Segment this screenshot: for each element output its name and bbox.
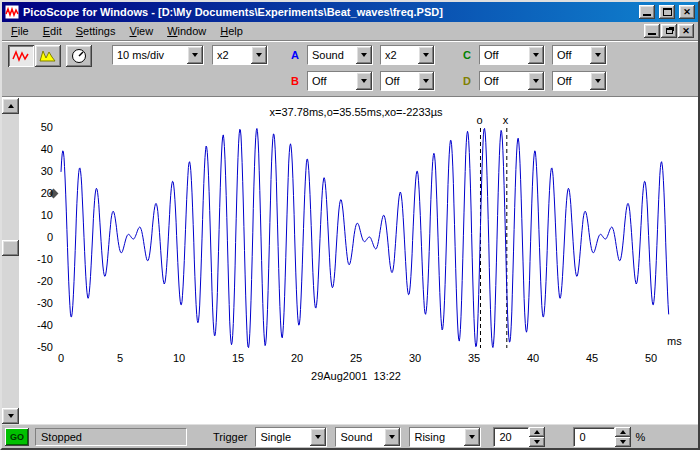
vertical-scrollbar[interactable] (2, 98, 19, 424)
channel-b-group: B Off Off (290, 71, 435, 91)
scope-view-button[interactable] (8, 45, 34, 67)
chevron-down-icon (361, 79, 367, 83)
spin-down-button[interactable] (615, 437, 631, 447)
dropdown-arrow-icon[interactable] (528, 46, 544, 64)
meter-view-button[interactable] (66, 45, 92, 67)
arrow-down-icon (8, 414, 14, 418)
chevron-down-icon (595, 79, 601, 83)
scroll-thumb[interactable] (2, 240, 19, 256)
spin-up-button[interactable] (529, 427, 545, 437)
mdi-minimize-button[interactable] (644, 24, 660, 38)
channel-b-input-select[interactable]: Off (307, 71, 373, 91)
y-tick-label: 40 (19, 143, 57, 155)
scope-view-icon (12, 49, 30, 63)
dropdown-arrow-icon[interactable] (418, 46, 434, 64)
menu-item-edit[interactable]: Edit (36, 23, 69, 39)
channel-b-label: B (290, 75, 300, 87)
channel-a-label: A (290, 49, 300, 61)
channel-c-input-select[interactable]: Off (479, 45, 545, 65)
channel-a-range-select[interactable]: x2 (380, 45, 435, 65)
dropdown-arrow-icon[interactable] (464, 428, 480, 446)
dropdown-arrow-icon[interactable] (356, 72, 372, 90)
dropdown-arrow-icon[interactable] (418, 72, 434, 90)
dropdown-arrow-icon[interactable] (251, 46, 267, 64)
x-tick-label: 45 (577, 352, 607, 364)
x-tick-label: 40 (518, 352, 548, 364)
dropdown-arrow-icon[interactable] (590, 72, 606, 90)
scroll-up-button[interactable] (2, 98, 19, 114)
spin-down-button[interactable] (529, 437, 545, 447)
channel-b-range-value: Off (381, 72, 418, 90)
cursor-marker-label: x (503, 114, 509, 126)
menu-bar: FileEditSettingsViewWindowHelp ✕ (2, 22, 698, 40)
spin-up-button[interactable] (615, 427, 631, 437)
delay-unit-label: % (635, 431, 645, 443)
channel-d-group: D Off Off (462, 71, 607, 91)
dropdown-arrow-icon[interactable] (310, 428, 326, 446)
window-title: PicoScope for Windows - [D:\My Documents… (23, 6, 635, 18)
dropdown-arrow-icon[interactable] (590, 46, 606, 64)
trigger-threshold-value[interactable]: 20 (493, 427, 529, 447)
maximize-button[interactable] (659, 5, 675, 19)
channel-d-range-value: Off (553, 72, 590, 90)
channel-c-input-value: Off (480, 46, 528, 64)
dropdown-arrow-icon[interactable] (187, 46, 203, 64)
spectrum-view-button[interactable] (35, 45, 61, 67)
menu-item-window[interactable]: Window (160, 23, 213, 39)
trigger-channel-select[interactable]: Sound (335, 427, 401, 447)
toolbar: 10 ms/div x2 A Sound x2 C Off (2, 42, 698, 96)
channel-d-range-select[interactable]: Off (552, 71, 607, 91)
trigger-direction-select[interactable]: Rising (409, 427, 481, 447)
trigger-threshold-spinner[interactable]: 20 (493, 427, 545, 447)
close-icon: ✕ (682, 27, 690, 36)
channel-c-range-select[interactable]: Off (552, 45, 607, 65)
chart-timestamp: 29Aug2001 13:22 (61, 370, 651, 382)
x-tick-label: 15 (223, 352, 253, 364)
arrow-up-icon (8, 104, 14, 108)
cursor-marker-label: o (476, 114, 482, 126)
timebase-multiplier-select[interactable]: x2 (212, 45, 268, 65)
dropdown-arrow-icon[interactable] (528, 72, 544, 90)
y-tick-label: -30 (19, 297, 57, 309)
x-tick-label: 50 (636, 352, 666, 364)
go-button[interactable]: GO (5, 428, 29, 446)
y-tick-label: 20 (19, 187, 57, 199)
arrow-down-icon (620, 440, 626, 444)
chevron-down-icon (423, 53, 429, 57)
minimize-icon (648, 28, 656, 35)
x-tick-label: 0 (46, 352, 76, 364)
maximize-icon (663, 8, 672, 16)
chevron-down-icon (469, 435, 475, 439)
trigger-delay-value[interactable]: 0 (573, 427, 615, 447)
channel-d-input-select[interactable]: Off (479, 71, 545, 91)
title-bar[interactable]: PicoScope for Windows - [D:\My Documents… (2, 2, 698, 22)
scroll-down-button[interactable] (2, 408, 19, 424)
minimize-button[interactable] (639, 5, 655, 19)
menu-items: FileEditSettingsViewWindowHelp (4, 22, 250, 40)
dropdown-arrow-icon[interactable] (356, 46, 372, 64)
menu-item-settings[interactable]: Settings (69, 23, 123, 39)
chevron-down-icon (256, 53, 262, 57)
scroll-track[interactable] (2, 114, 19, 408)
mdi-close-button[interactable]: ✕ (678, 24, 694, 38)
timebase-select[interactable]: 10 ms/div (112, 45, 204, 65)
y-tick-label: 0 (19, 231, 57, 243)
menu-item-help[interactable]: Help (213, 23, 250, 39)
mdi-restore-button[interactable] (661, 24, 677, 38)
y-tick-label: 10 (19, 209, 57, 221)
chevron-down-icon (389, 435, 395, 439)
menu-item-view[interactable]: View (122, 23, 160, 39)
trigger-delay-spinner[interactable]: 0 (573, 427, 631, 447)
spinner-buttons (529, 427, 545, 447)
close-button[interactable]: ✕ (679, 5, 695, 19)
menu-item-file[interactable]: File (4, 23, 36, 39)
mdi-window-buttons: ✕ (644, 24, 696, 38)
trigger-mode-select[interactable]: Single (255, 427, 327, 447)
channel-c-range-value: Off (553, 46, 590, 64)
channel-b-range-select[interactable]: Off (380, 71, 435, 91)
status-text: Stopped (35, 428, 187, 446)
y-tick-label: -40 (19, 319, 57, 331)
channel-a-input-select[interactable]: Sound (307, 45, 373, 65)
arrow-down-icon (534, 440, 540, 444)
dropdown-arrow-icon[interactable] (384, 428, 400, 446)
